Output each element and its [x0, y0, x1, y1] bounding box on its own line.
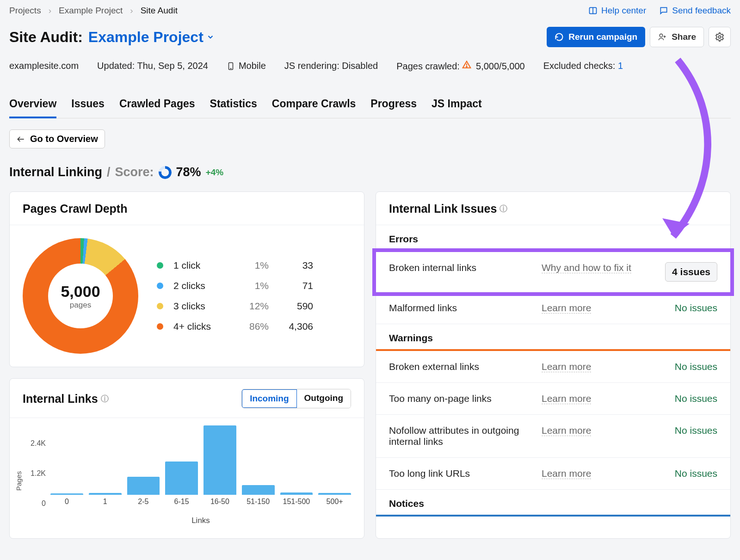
chevron-right-icon: ›: [130, 6, 133, 16]
issue-hint-link[interactable]: Learn more: [542, 393, 591, 404]
x-tick: 1: [103, 498, 107, 506]
legend-count: 33: [276, 260, 313, 271]
pages-crawled-text: Pages crawled: 5,000/5,000: [396, 60, 525, 72]
tab-statistics[interactable]: Statistics: [210, 98, 257, 118]
legend-pct: 1%: [232, 280, 269, 291]
warnings-section-header: Warnings: [376, 324, 730, 351]
issue-status: No issues: [675, 468, 717, 479]
issue-name: Broken internal links: [389, 262, 532, 273]
tab-compare-crawls[interactable]: Compare Crawls: [272, 98, 356, 118]
chevron-right-icon: ›: [49, 6, 51, 16]
toggle-incoming[interactable]: Incoming: [241, 389, 297, 408]
bar[interactable]: [165, 462, 198, 495]
go-to-overview-button[interactable]: Go to Overview: [9, 129, 105, 148]
settings-button[interactable]: [709, 27, 731, 47]
device-text: Mobile: [227, 61, 266, 71]
updated-text: Updated: Thu, Sep 5, 2024: [97, 61, 208, 71]
x-axis-label: Links: [50, 516, 351, 525]
issue-row: Broken external links Learn more No issu…: [376, 351, 730, 383]
gear-icon: [715, 32, 725, 42]
issue-hint-link[interactable]: Learn more: [542, 425, 591, 436]
bar[interactable]: [242, 485, 275, 495]
y-tick: 0: [21, 499, 46, 508]
tab-progress[interactable]: Progress: [370, 98, 417, 118]
issue-row: Too many on-page links Learn more No iss…: [376, 383, 730, 415]
excluded-checks-link[interactable]: 1: [618, 61, 623, 71]
send-feedback-link[interactable]: Send feedback: [659, 6, 731, 16]
bar[interactable]: [127, 477, 160, 495]
page-title: Site Audit: Example Project: [9, 29, 215, 46]
legend-row[interactable]: 3 clicks 12% 590: [157, 296, 351, 316]
score-label: Score:: [115, 165, 154, 179]
tab-issues[interactable]: Issues: [71, 98, 105, 118]
js-rendering-text: JS rendering: Disabled: [284, 61, 378, 71]
legend-pct: 86%: [232, 321, 269, 332]
errors-section-header: Errors: [376, 225, 730, 252]
issue-status: No issues: [675, 302, 717, 313]
legend-dot: [157, 283, 163, 289]
legend-row[interactable]: 2 clicks 1% 71: [157, 276, 351, 296]
crawl-depth-card: Pages Crawl Depth 5,000 pages 1 click 1%…: [9, 191, 364, 367]
rerun-campaign-button[interactable]: Rerun campaign: [547, 27, 645, 47]
section-name: Internal Linking: [9, 165, 102, 179]
svg-point-2: [660, 34, 663, 37]
breadcrumb-projects[interactable]: Projects: [9, 6, 41, 16]
issue-row: Broken internal links Why and how to fix…: [376, 252, 730, 292]
issue-name: Broken external links: [389, 361, 532, 372]
issue-hint-link[interactable]: Learn more: [542, 361, 591, 372]
issue-hint-link[interactable]: Learn more: [542, 302, 591, 314]
breadcrumb: Projects › Example Project › Site Audit: [9, 6, 178, 16]
score-donut-icon: [159, 166, 172, 179]
issue-row: Malformed links Learn more No issues: [376, 292, 730, 324]
y-tick: 2.4K: [21, 439, 46, 448]
y-tick: 1.2K: [21, 469, 46, 478]
info-icon[interactable]: ⓘ: [500, 203, 507, 214]
bar-chart[interactable]: 0 1 2-5 6-15 16-50 51-150 151-500 500+: [50, 437, 351, 506]
share-button[interactable]: Share: [650, 27, 704, 47]
x-tick: 500+: [327, 498, 343, 506]
crawl-depth-donut[interactable]: 5,000 pages: [23, 238, 138, 354]
bar[interactable]: [204, 425, 236, 495]
issue-status: No issues: [675, 393, 717, 404]
legend-label: 3 clicks: [173, 301, 224, 312]
tab-overview[interactable]: Overview: [9, 98, 56, 118]
tab-js-impact[interactable]: JS Impact: [432, 98, 482, 118]
meta-row: examplesite.com Updated: Thu, Sep 5, 202…: [9, 60, 731, 72]
breadcrumb-project[interactable]: Example Project: [59, 6, 123, 16]
warning-icon: [462, 60, 471, 69]
project-dropdown[interactable]: Example Project: [88, 29, 215, 46]
book-icon: [588, 6, 598, 15]
chat-icon: [659, 6, 668, 15]
bar[interactable]: [280, 492, 313, 495]
links-direction-toggle: IncomingOutgoing: [241, 389, 351, 408]
x-tick: 6-15: [174, 498, 189, 506]
arrow-left-icon: [16, 135, 25, 144]
info-icon[interactable]: ⓘ: [101, 394, 109, 404]
legend-pct: 12%: [232, 301, 269, 312]
issue-status: No issues: [675, 361, 717, 372]
issue-count-button[interactable]: 4 issues: [665, 262, 717, 282]
legend-label: 1 click: [173, 260, 224, 271]
issue-row: Too long link URLs Learn more No issues: [376, 458, 730, 490]
legend-dot: [157, 303, 163, 309]
notices-section-header: Notices: [376, 490, 730, 517]
legend-dot: [157, 323, 163, 330]
issue-hint-link[interactable]: Why and how to fix it: [542, 262, 631, 273]
x-tick: 16-50: [210, 498, 229, 506]
crawl-depth-legend: 1 click 1% 33 2 clicks 1% 71 3 clicks 12…: [157, 255, 351, 337]
toggle-outgoing[interactable]: Outgoing: [297, 389, 351, 408]
issue-hint-link[interactable]: Learn more: [542, 468, 591, 479]
bar[interactable]: [50, 493, 83, 495]
legend-row[interactable]: 4+ clicks 86% 4,306: [157, 316, 351, 337]
user-plus-icon: [658, 32, 667, 42]
bar[interactable]: [89, 493, 122, 495]
issues-title: Internal Link Issues: [389, 202, 497, 215]
crawl-depth-title: Pages Crawl Depth: [23, 202, 127, 215]
issue-name: Too many on-page links: [389, 393, 532, 404]
help-center-link[interactable]: Help center: [588, 6, 646, 16]
internal-link-issues-card: Internal Link Issues ⓘ Errors Broken int…: [376, 191, 731, 539]
legend-row[interactable]: 1 click 1% 33: [157, 255, 351, 276]
x-tick: 151-500: [283, 498, 310, 506]
bar[interactable]: [318, 493, 351, 495]
tab-crawled-pages[interactable]: Crawled Pages: [119, 98, 195, 118]
